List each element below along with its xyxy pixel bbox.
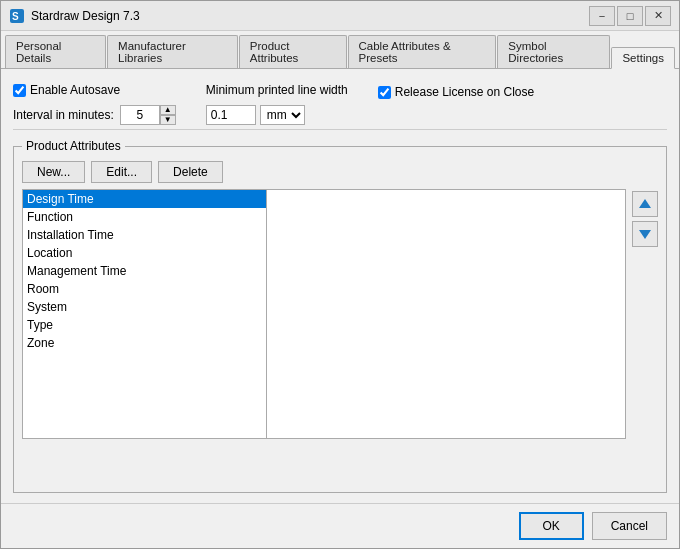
sort-up-button[interactable] — [632, 191, 658, 217]
tab-manufacturer-libraries[interactable]: Manufacturer Libraries — [107, 35, 238, 68]
list-item[interactable]: Design Time — [23, 190, 266, 208]
interval-input[interactable]: 5 — [120, 105, 160, 125]
tab-personal-details[interactable]: Personal Details — [5, 35, 106, 68]
list-item[interactable]: System — [23, 298, 266, 316]
content-area: Enable Autosave Interval in minutes: 5 ▲… — [1, 69, 679, 503]
attr-controls: New... Edit... Delete — [22, 161, 658, 183]
tab-product-attributes[interactable]: Product Attributes — [239, 35, 347, 68]
minimize-button[interactable]: − — [589, 6, 615, 26]
sort-buttons — [632, 189, 658, 439]
title-bar: S Stardraw Design 7.3 − □ ✕ — [1, 1, 679, 31]
product-attributes-section: Product Attributes New... Edit... Delete… — [13, 146, 667, 493]
svg-text:S: S — [12, 11, 19, 22]
min-line-section: Minimum printed line width mm in — [206, 83, 348, 125]
new-button[interactable]: New... — [22, 161, 85, 183]
attribute-detail-panel — [267, 189, 626, 439]
list-item[interactable]: Installation Time — [23, 226, 266, 244]
delete-button[interactable]: Delete — [158, 161, 223, 183]
tab-cable-attributes[interactable]: Cable Attributes & Presets — [348, 35, 497, 68]
svg-marker-2 — [639, 199, 651, 208]
top-options-row: Enable Autosave Interval in minutes: 5 ▲… — [13, 79, 667, 130]
interval-spinner: ▲ ▼ — [160, 105, 176, 125]
list-item[interactable]: Zone — [23, 334, 266, 352]
autosave-checkbox[interactable] — [13, 84, 26, 97]
spinner-down[interactable]: ▼ — [160, 115, 176, 125]
list-item[interactable]: Location — [23, 244, 266, 262]
window-title: Stardraw Design 7.3 — [31, 9, 589, 23]
interval-row: Interval in minutes: 5 ▲ ▼ — [13, 105, 176, 125]
bottom-bar: OK Cancel — [1, 503, 679, 548]
line-width-input[interactable] — [206, 105, 256, 125]
app-icon: S — [9, 8, 25, 24]
tab-settings[interactable]: Settings — [611, 47, 675, 69]
list-item[interactable]: Management Time — [23, 262, 266, 280]
list-item[interactable]: Room — [23, 280, 266, 298]
list-item[interactable]: Type — [23, 316, 266, 334]
close-button[interactable]: ✕ — [645, 6, 671, 26]
ok-button[interactable]: OK — [519, 512, 584, 540]
tab-symbol-directories[interactable]: Symbol Directories — [497, 35, 610, 68]
window-controls: − □ ✕ — [589, 6, 671, 26]
release-license-label[interactable]: Release License on Close — [378, 85, 534, 99]
autosave-checkbox-label[interactable]: Enable Autosave — [13, 83, 176, 97]
unit-select[interactable]: mm in — [260, 105, 305, 125]
attribute-list[interactable]: Design TimeFunctionInstallation TimeLoca… — [22, 189, 267, 439]
svg-marker-3 — [639, 230, 651, 239]
maximize-button[interactable]: □ — [617, 6, 643, 26]
spinner-up[interactable]: ▲ — [160, 105, 176, 115]
main-window: S Stardraw Design 7.3 − □ ✕ Personal Det… — [0, 0, 680, 549]
list-item[interactable]: Function — [23, 208, 266, 226]
tabs-bar: Personal Details Manufacturer Libraries … — [1, 31, 679, 69]
sort-down-button[interactable] — [632, 221, 658, 247]
release-license-checkbox[interactable] — [378, 86, 391, 99]
edit-button[interactable]: Edit... — [91, 161, 152, 183]
lists-container: Design TimeFunctionInstallation TimeLoca… — [22, 189, 658, 439]
cancel-button[interactable]: Cancel — [592, 512, 667, 540]
